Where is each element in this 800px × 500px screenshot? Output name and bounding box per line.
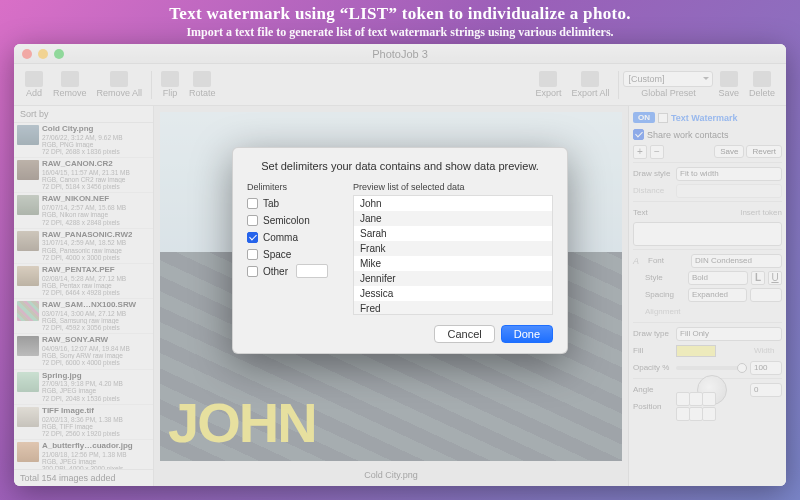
preview-header: Preview list of selected data [353,182,553,192]
cancel-button[interactable]: Cancel [434,325,494,343]
delimiters-header: Delimiters [247,182,339,192]
delimiter-dialog: Set delimiters your data contains and sh… [232,147,568,354]
done-button[interactable]: Done [501,325,553,343]
preview-row[interactable]: Mike [354,256,552,271]
delim-semicolon[interactable]: Semicolon [247,212,339,229]
delim-tab[interactable]: Tab [247,195,339,212]
delim-comma[interactable]: Comma [247,229,339,246]
preview-row[interactable]: Fred [354,301,552,315]
preview-row[interactable]: Jennifer [354,271,552,286]
preview-row[interactable]: Frank [354,241,552,256]
delim-space[interactable]: Space [247,246,339,263]
modal-backdrop: Set delimiters your data contains and sh… [0,0,800,500]
preview-row[interactable]: Jessica [354,286,552,301]
dialog-title: Set delimiters your data contains and sh… [247,160,553,172]
other-delimiter-input[interactable] [296,264,328,278]
preview-row[interactable]: Sarah [354,226,552,241]
delim-other[interactable]: Other [247,263,339,280]
preview-row[interactable]: Jane [354,211,552,226]
preview-list[interactable]: JohnJaneSarahFrankMikeJenniferJessicaFre… [353,195,553,315]
preview-row[interactable]: John [354,196,552,211]
